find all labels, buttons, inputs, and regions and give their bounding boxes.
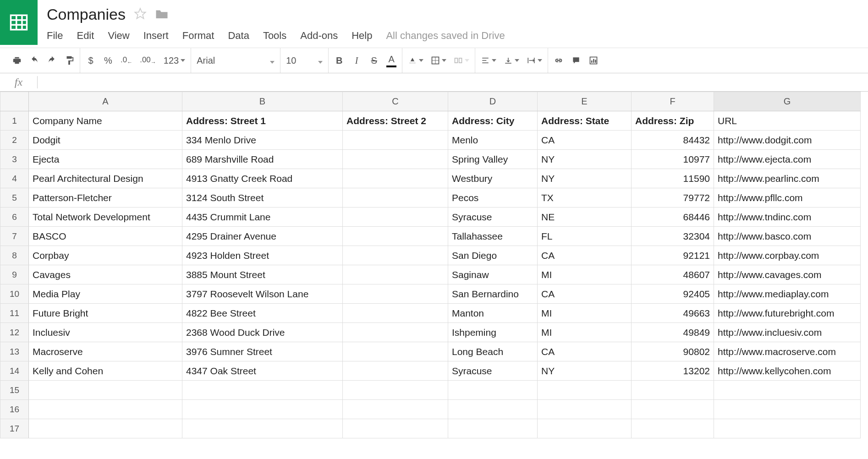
cell[interactable]: Macroserve (29, 342, 182, 361)
cell[interactable] (343, 323, 448, 342)
cell[interactable] (29, 400, 182, 419)
cell[interactable]: http://www.pearlinc.com (714, 169, 861, 188)
fill-color-button[interactable] (408, 53, 423, 68)
increase-decimal-button[interactable]: .00→ (140, 53, 156, 68)
insert-comment-icon[interactable] (571, 53, 581, 68)
cell[interactable]: Address: State (538, 111, 632, 131)
cell[interactable]: http://www.corpbay.com (714, 246, 861, 265)
cell[interactable]: http://www.kellycohen.com (714, 361, 861, 381)
cell[interactable]: San Bernardino (448, 284, 538, 304)
cell[interactable]: 4923 Holden Street (182, 246, 343, 265)
cell[interactable]: San Diego (448, 246, 538, 265)
cell[interactable]: Incluesiv (29, 323, 182, 342)
cell[interactable]: 79772 (632, 188, 714, 208)
merge-cells-button[interactable] (454, 53, 469, 68)
menu-help[interactable]: Help (352, 30, 372, 42)
cell[interactable]: TX (538, 188, 632, 208)
cell[interactable] (343, 304, 448, 323)
row-header[interactable]: 14 (0, 361, 29, 381)
cell[interactable]: Total Network Development (29, 208, 182, 227)
row-header[interactable]: 2 (0, 131, 29, 150)
insert-chart-icon[interactable] (588, 53, 599, 68)
cell[interactable] (182, 419, 343, 438)
currency-button[interactable]: $ (86, 53, 96, 68)
cell[interactable] (632, 381, 714, 400)
menu-file[interactable]: File (47, 30, 63, 42)
row-header[interactable]: 5 (0, 188, 29, 208)
cell[interactable]: NY (538, 169, 632, 188)
bold-button[interactable]: B (334, 53, 344, 68)
column-header-C[interactable]: C (343, 92, 448, 111)
cell[interactable]: http://www.cavages.com (714, 265, 861, 284)
cell[interactable]: 49849 (632, 323, 714, 342)
cell[interactable]: CA (538, 246, 632, 265)
cell[interactable] (538, 419, 632, 438)
spreadsheet-grid[interactable]: ABCDEFG1Company NameAddress: Street 1Add… (0, 92, 861, 438)
menu-view[interactable]: View (108, 30, 129, 42)
cell[interactable]: http://www.dodgit.com (714, 131, 861, 150)
cell[interactable]: 4913 Gnatty Creek Road (182, 169, 343, 188)
cell[interactable]: http://www.futurebright.com (714, 304, 861, 323)
formula-input[interactable] (38, 73, 868, 91)
cell[interactable] (343, 400, 448, 419)
cell[interactable]: 4295 Drainer Avenue (182, 227, 343, 246)
cell[interactable]: MI (538, 265, 632, 284)
percent-button[interactable]: % (103, 53, 113, 68)
cell[interactable]: Corpbay (29, 246, 182, 265)
cell[interactable] (714, 381, 861, 400)
cell[interactable]: 48607 (632, 265, 714, 284)
cell[interactable]: 90802 (632, 342, 714, 361)
borders-button[interactable] (431, 53, 446, 68)
cell[interactable]: CA (538, 284, 632, 304)
cell[interactable]: 92121 (632, 246, 714, 265)
cell[interactable] (632, 400, 714, 419)
cell[interactable] (343, 169, 448, 188)
cell[interactable]: 4347 Oak Street (182, 361, 343, 381)
cell[interactable]: NE (538, 208, 632, 227)
cell[interactable]: Pearl Architectural Design (29, 169, 182, 188)
cell[interactable] (343, 265, 448, 284)
cell[interactable]: Address: City (448, 111, 538, 131)
row-header[interactable]: 17 (0, 419, 29, 438)
doc-title[interactable]: Companies (47, 5, 126, 23)
text-color-button[interactable]: A (386, 53, 396, 68)
cell[interactable] (343, 208, 448, 227)
cell[interactable]: Dodgit (29, 131, 182, 150)
cell[interactable] (538, 400, 632, 419)
cell[interactable]: 10977 (632, 150, 714, 169)
paint-format-icon[interactable] (64, 53, 74, 68)
cell[interactable]: http://www.macroserve.com (714, 342, 861, 361)
cell[interactable]: 92405 (632, 284, 714, 304)
cell[interactable]: NY (538, 361, 632, 381)
row-header[interactable]: 7 (0, 227, 29, 246)
cell[interactable]: http://www.incluesiv.com (714, 323, 861, 342)
cell[interactable] (448, 419, 538, 438)
cell[interactable]: 3124 South Street (182, 188, 343, 208)
redo-icon[interactable] (47, 53, 57, 68)
folder-icon[interactable] (155, 8, 169, 22)
cell[interactable]: http://www.mediaplay.com (714, 284, 861, 304)
cell[interactable]: 4822 Bee Street (182, 304, 343, 323)
cell[interactable] (343, 342, 448, 361)
font-size-select[interactable]: 10 (286, 55, 323, 66)
cell[interactable]: CA (538, 342, 632, 361)
cell[interactable]: Ishpeming (448, 323, 538, 342)
cell[interactable] (343, 188, 448, 208)
cell[interactable] (632, 419, 714, 438)
row-header[interactable]: 8 (0, 246, 29, 265)
menu-edit[interactable]: Edit (77, 30, 94, 42)
cell[interactable] (343, 150, 448, 169)
cell[interactable]: http://www.ejecta.com (714, 150, 861, 169)
cell[interactable]: Future Bright (29, 304, 182, 323)
sheets-logo[interactable] (0, 0, 38, 45)
row-header[interactable]: 12 (0, 323, 29, 342)
cell[interactable]: FL (538, 227, 632, 246)
cell[interactable]: http://www.pfllc.com (714, 188, 861, 208)
row-header[interactable]: 4 (0, 169, 29, 188)
column-header-A[interactable]: A (29, 92, 182, 111)
decrease-decimal-button[interactable]: .0← (121, 53, 132, 68)
cell[interactable]: Cavages (29, 265, 182, 284)
cell[interactable]: 32304 (632, 227, 714, 246)
cell[interactable]: MI (538, 323, 632, 342)
cell[interactable]: Kelly and Cohen (29, 361, 182, 381)
